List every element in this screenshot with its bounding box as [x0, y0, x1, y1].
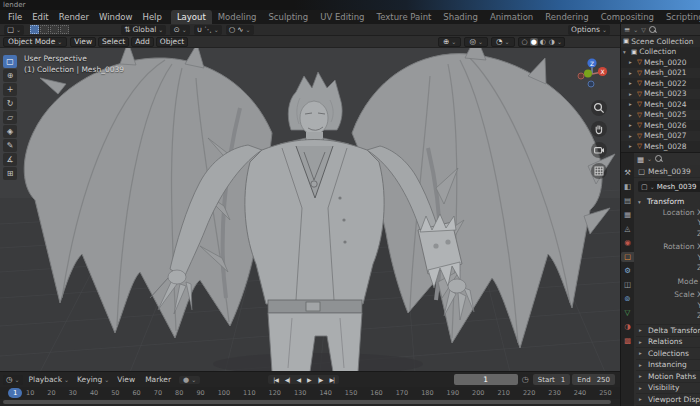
transport-button[interactable]: ▶| [326, 375, 337, 384]
section-header[interactable]: ▸ Relations [636, 336, 700, 348]
current-frame-field[interactable]: 1 [454, 374, 518, 385]
section-header[interactable]: ▸ Viewport Display [636, 393, 700, 405]
timeline-menu-item[interactable]: View [113, 375, 141, 384]
shading-mode-button[interactable]: ◐ [539, 38, 547, 46]
object-name-field[interactable]: ▢ ⌄ Mesh_0039 [638, 181, 700, 192]
viewport-3d[interactable]: User Perspective (1) Collection | Mesh_0… [0, 48, 620, 371]
expand-icon[interactable]: ▸ [629, 143, 635, 149]
properties-tab[interactable]: ▦ [621, 210, 634, 220]
select-mode-new[interactable] [30, 25, 39, 34]
expand-icon[interactable]: ▸ [629, 59, 635, 65]
expand-icon[interactable]: ▸ [629, 112, 635, 118]
camera-view-button[interactable] [591, 142, 607, 158]
workspace-tab[interactable]: Texture Paint [371, 10, 438, 24]
transport-button[interactable]: |◀ [270, 375, 281, 384]
navigation-gizmo[interactable]: Z X [574, 56, 610, 92]
section-header[interactable]: ▸ Delta Transform [636, 324, 700, 336]
outliner-mesh-row[interactable]: ▸ ▽ Mesh_0028 [621, 141, 700, 152]
properties-tab[interactable]: ◬ [621, 224, 634, 234]
tool-button[interactable]: ✎ [3, 139, 17, 152]
transform-section-header[interactable]: ▾ Transform [636, 196, 700, 207]
workspace-tab[interactable]: Modeling [212, 10, 263, 24]
properties-tab[interactable]: ◫ [621, 280, 634, 290]
menu-item[interactable]: Edit [27, 12, 53, 22]
snap-dropdown[interactable]: ∪ ⋱ ⌄ [194, 25, 222, 35]
pivot-dropdown[interactable]: ⊙ ⌄ [170, 25, 189, 35]
outliner-mesh-row[interactable]: ▸ ▽ Mesh_0024 [621, 99, 700, 110]
timeline-ruler[interactable]: 1 10203040506070809010011012013014015016… [0, 387, 620, 399]
tool-button[interactable]: ◈ [3, 125, 17, 138]
shading-mode-button[interactable]: ◑ [548, 38, 556, 46]
expand-icon[interactable]: ▸ [629, 91, 635, 97]
outliner-mesh-row[interactable]: ▸ ▽ Mesh_0027 [621, 131, 700, 142]
properties-tab[interactable]: ⚙ [621, 266, 634, 276]
pan-button[interactable] [591, 121, 607, 137]
menu-item[interactable]: Render [54, 12, 94, 22]
viewport-menu-item[interactable]: Object [156, 37, 188, 47]
viewport-menu-item[interactable]: View [70, 37, 96, 47]
section-header[interactable]: ▸ Motion Paths [636, 370, 700, 382]
properties-tab[interactable]: ▤ [621, 196, 634, 206]
outliner-mesh-row[interactable]: ▸ ▽ Mesh_0021 [621, 68, 700, 79]
grid-toggle-button[interactable] [591, 163, 607, 179]
workspace-tab[interactable]: Shading [437, 10, 484, 24]
tool-button[interactable]: ⊞ [3, 167, 17, 180]
properties-tab[interactable]: ⊚ [621, 294, 634, 304]
expand-icon[interactable]: ▸ [629, 122, 635, 128]
timeline-menu-item[interactable]: Marker [141, 375, 177, 384]
filter-icon[interactable]: ▽ [641, 26, 646, 33]
xray-toggle[interactable]: ◔ ⌄ [491, 37, 515, 47]
mode-dropdown[interactable]: Object Mode ⌄ [3, 37, 67, 47]
tool-button[interactable]: + [3, 83, 17, 96]
outliner-mesh-row[interactable]: ▸ ▽ Mesh_0022 [621, 78, 700, 89]
outliner-mesh-row[interactable]: ▸ ▽ Mesh_0025 [621, 110, 700, 121]
shading-mode-button[interactable]: ● [530, 38, 538, 46]
timeline-scrollbar[interactable] [0, 399, 620, 406]
select-mode-subtract[interactable] [50, 25, 59, 34]
proportional-edit-dropdown[interactable]: ○ ∿ ⌄ [226, 25, 254, 35]
search-icon[interactable] [649, 26, 657, 34]
section-header[interactable]: ▸ Collections [636, 347, 700, 359]
properties-tab[interactable]: ▢ [621, 252, 634, 262]
workspace-tab[interactable]: Animation [484, 10, 539, 24]
tool-button[interactable]: ▢ [3, 55, 17, 68]
collapse-icon[interactable]: ▾ [623, 49, 629, 55]
outliner-mesh-row[interactable]: ▸ ▽ Mesh_0026 [621, 120, 700, 131]
tool-button[interactable]: ↻ [3, 97, 17, 110]
start-frame-field[interactable]: Start 1 [533, 374, 571, 385]
expand-icon[interactable]: ▸ [629, 133, 635, 139]
overlays-dropdown[interactable]: ◎ ⌄ [464, 37, 488, 47]
active-tool-dropdown[interactable]: ▢ ⌄ [4, 25, 24, 35]
workspace-tab[interactable]: Compositing [595, 10, 660, 24]
properties-tab[interactable]: ▽ [621, 308, 634, 318]
workspace-tab[interactable]: UV Editing [314, 10, 370, 24]
zoom-button[interactable] [591, 100, 607, 116]
playhead[interactable]: 1 [8, 388, 22, 398]
properties-tab[interactable]: ◉ [621, 238, 634, 248]
outliner-row-scene-collection[interactable]: ▣ Scene Collection [621, 36, 700, 47]
properties-tab[interactable]: ◧ [621, 182, 634, 192]
expand-icon[interactable]: ▸ [629, 101, 635, 107]
menu-item[interactable]: Help [137, 12, 166, 22]
outliner-mesh-row[interactable]: ▸ ▽ Mesh_0023 [621, 89, 700, 100]
section-header[interactable]: ▸ Instancing [636, 359, 700, 371]
expand-icon[interactable]: ▸ [629, 70, 635, 76]
timeline-menu-item[interactable]: Playback⌄ [25, 375, 74, 384]
tool-button[interactable]: ▱ [3, 111, 17, 124]
outliner-mesh-row[interactable]: ▸ ▽ Mesh_0020 [621, 57, 700, 68]
orientation-dropdown[interactable]: ⇅ Global ⌄ [121, 25, 166, 35]
section-header[interactable]: ▸ Visibility [636, 382, 700, 394]
timeline-menu-item[interactable]: Keying⌄ [73, 375, 113, 384]
transport-button[interactable]: ◀| [282, 375, 293, 384]
viewport-menu-item[interactable]: Add [131, 37, 154, 47]
properties-tab[interactable]: ▩ [621, 336, 634, 346]
tool-button[interactable]: ⊕ [3, 69, 17, 82]
options-dropdown[interactable]: Options ⌄ [568, 25, 610, 35]
properties-filter-icon[interactable]: ▦ [637, 155, 644, 164]
display-mode-icon[interactable]: ≡ [624, 25, 630, 34]
search-icon[interactable] [655, 155, 663, 163]
properties-tab[interactable]: ◑ [621, 322, 634, 332]
outliner-row-collection[interactable]: ▾ ▣ Collection [621, 47, 700, 58]
properties-tab[interactable]: ⚒ [621, 168, 634, 178]
editor-type-dropdown[interactable]: ◷ ⌄ [3, 375, 23, 385]
